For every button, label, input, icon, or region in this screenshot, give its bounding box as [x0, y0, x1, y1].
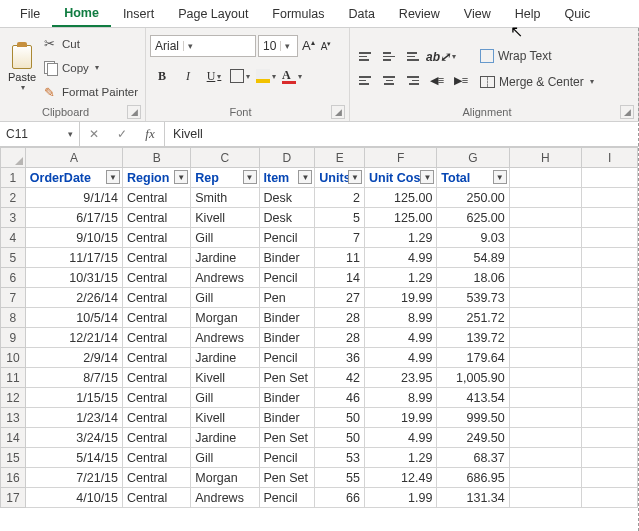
cell[interactable]: 1/15/15	[25, 388, 122, 408]
cell[interactable]: Binder	[259, 328, 315, 348]
filter-button[interactable]: ▼	[298, 170, 312, 184]
row-header[interactable]: 14	[1, 428, 26, 448]
font-name-combo[interactable]: Arial ▾	[150, 35, 256, 57]
cell[interactable]: Kivell	[191, 408, 259, 428]
cell[interactable]: 131.34	[437, 488, 509, 508]
cell[interactable]: Jardine	[191, 248, 259, 268]
filter-button[interactable]: ▼	[243, 170, 257, 184]
cell[interactable]: 1/23/14	[25, 408, 122, 428]
cell[interactable]: Central	[123, 328, 191, 348]
column-header[interactable]: D	[259, 148, 315, 168]
select-all-button[interactable]	[1, 148, 26, 168]
formula-input[interactable]: Kivell	[165, 122, 639, 146]
cell[interactable]	[509, 188, 581, 208]
borders-button[interactable]: ▾	[228, 64, 252, 88]
row-header[interactable]: 8	[1, 308, 26, 328]
tab-formulas[interactable]: Formulas	[260, 0, 336, 27]
cell[interactable]: Central	[123, 408, 191, 428]
cell[interactable]: Jardine	[191, 348, 259, 368]
dialog-launcher-icon[interactable]: ◢	[331, 105, 345, 119]
column-header[interactable]: G	[437, 148, 509, 168]
cell[interactable]: Gill	[191, 388, 259, 408]
filter-button[interactable]: ▼	[174, 170, 188, 184]
paste-button[interactable]: Paste ▾	[4, 41, 40, 92]
dialog-launcher-icon[interactable]: ◢	[620, 105, 634, 119]
tab-home[interactable]: Home	[52, 0, 111, 27]
cell[interactable]: 5	[315, 208, 365, 228]
tab-review[interactable]: Review	[387, 0, 452, 27]
cell[interactable]: 10/31/15	[25, 268, 122, 288]
cell[interactable]: 179.64	[437, 348, 509, 368]
row-header[interactable]: 3	[1, 208, 26, 228]
column-header[interactable]: E	[315, 148, 365, 168]
cell[interactable]: Binder	[259, 408, 315, 428]
align-left-button[interactable]	[354, 70, 376, 92]
font-color-button[interactable]: A▾	[280, 64, 304, 88]
row-header[interactable]: 4	[1, 228, 26, 248]
cell[interactable]	[509, 488, 581, 508]
cell[interactable]	[509, 448, 581, 468]
filter-button[interactable]: ▼	[106, 170, 120, 184]
underline-button[interactable]: U▾	[202, 64, 226, 88]
cell[interactable]: Gill	[191, 448, 259, 468]
cell[interactable]: 250.00	[437, 188, 509, 208]
cell[interactable]: 125.00	[364, 188, 436, 208]
cell[interactable]: 686.95	[437, 468, 509, 488]
cell[interactable]: Desk	[259, 188, 315, 208]
row-header[interactable]: 1	[1, 168, 26, 188]
cell[interactable]	[582, 328, 638, 348]
cell[interactable]	[582, 308, 638, 328]
cell[interactable]	[582, 208, 638, 228]
cell[interactable]: Pencil	[259, 268, 315, 288]
cell[interactable]	[509, 228, 581, 248]
cell[interactable]	[582, 388, 638, 408]
cell[interactable]	[509, 268, 581, 288]
cell[interactable]	[509, 308, 581, 328]
decrease-indent-button[interactable]: ◀≡	[426, 70, 448, 92]
cell[interactable]: 7/21/15	[25, 468, 122, 488]
row-header[interactable]: 7	[1, 288, 26, 308]
cell[interactable]: 125.00	[364, 208, 436, 228]
cell[interactable]: 54.89	[437, 248, 509, 268]
cell[interactable]: 413.54	[437, 388, 509, 408]
cell[interactable]: 9/1/14	[25, 188, 122, 208]
cell[interactable]: 46	[315, 388, 365, 408]
cell[interactable]: Central	[123, 448, 191, 468]
dialog-launcher-icon[interactable]: ◢	[127, 105, 141, 119]
cell[interactable]	[509, 408, 581, 428]
cell[interactable]	[582, 268, 638, 288]
cell[interactable]: Jardine	[191, 428, 259, 448]
cell[interactable]: 2/26/14	[25, 288, 122, 308]
align-center-button[interactable]	[378, 70, 400, 92]
cell[interactable]: 50	[315, 408, 365, 428]
table-header-cell[interactable]: Region▼	[123, 168, 191, 188]
cell[interactable]: 11	[315, 248, 365, 268]
cell[interactable]: 6/17/15	[25, 208, 122, 228]
table-header-cell[interactable]: Item▼	[259, 168, 315, 188]
cancel-formula-button[interactable]: ✕	[80, 127, 108, 141]
cell[interactable]: Binder	[259, 308, 315, 328]
cell[interactable]	[509, 468, 581, 488]
cell[interactable]: 2	[315, 188, 365, 208]
cell[interactable]	[509, 168, 581, 188]
cell[interactable]: 625.00	[437, 208, 509, 228]
cell[interactable]: 7	[315, 228, 365, 248]
cell[interactable]: 9/10/15	[25, 228, 122, 248]
cell[interactable]: 55	[315, 468, 365, 488]
cell[interactable]: Central	[123, 208, 191, 228]
cell[interactable]: 4.99	[364, 428, 436, 448]
cell[interactable]	[509, 288, 581, 308]
cell[interactable]	[582, 408, 638, 428]
cell[interactable]	[582, 488, 638, 508]
cell[interactable]: 139.72	[437, 328, 509, 348]
cell[interactable]	[582, 348, 638, 368]
row-header[interactable]: 15	[1, 448, 26, 468]
cell[interactable]: Central	[123, 308, 191, 328]
cell[interactable]: 8.99	[364, 388, 436, 408]
cut-button[interactable]: ✂ Cut	[44, 34, 138, 54]
align-bottom-button[interactable]	[402, 46, 424, 68]
tab-help[interactable]: Help	[503, 0, 553, 27]
cell[interactable]: Pen Set	[259, 368, 315, 388]
cell[interactable]: 251.72	[437, 308, 509, 328]
cell[interactable]	[582, 248, 638, 268]
